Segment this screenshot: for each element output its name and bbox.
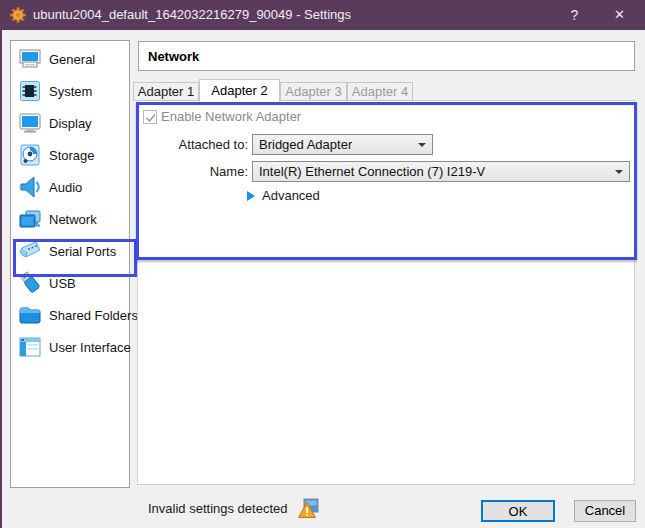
sidebar-item-user-interface[interactable]: User Interface: [12, 331, 128, 363]
general-icon: [17, 46, 43, 72]
sidebar-item-label: Storage: [49, 148, 95, 163]
page-title: Network: [148, 49, 199, 64]
sidebar-item-label: Display: [49, 116, 92, 131]
tab-adapter-4: Adapter 4: [347, 82, 413, 101]
attached-to-label: Attached to:: [150, 137, 248, 152]
triangle-right-icon: [247, 191, 255, 201]
sidebar-item-label: General: [49, 52, 95, 67]
warning-icon: [297, 498, 319, 520]
adapter-name-dropdown[interactable]: Intel(R) Ethernet Connection (7) I219-V: [252, 161, 630, 182]
cancel-button[interactable]: Cancel: [574, 500, 636, 522]
serial-ports-icon: [17, 238, 43, 264]
usb-icon: [17, 270, 43, 296]
chevron-down-icon: [615, 170, 623, 174]
chevron-down-icon: [418, 143, 426, 147]
close-button[interactable]: ✕: [597, 0, 642, 30]
sidebar-item-storage[interactable]: Storage: [12, 139, 128, 171]
attached-to-value: Bridged Adapter: [259, 137, 352, 152]
settings-category-list: General System Display: [10, 40, 130, 488]
sidebar-item-label: System: [49, 84, 92, 99]
checkmark-icon: [144, 111, 158, 125]
tab-adapter-1[interactable]: Adapter 1: [133, 82, 199, 101]
enable-network-adapter-label: Enable Network Adapter: [161, 109, 301, 124]
sidebar-item-label: User Interface: [49, 340, 131, 355]
tab-adapter-3: Adapter 3: [280, 82, 347, 101]
user-interface-icon: [17, 334, 43, 360]
adapter-name-value: Intel(R) Ethernet Connection (7) I219-V: [259, 164, 485, 179]
sidebar-item-label: Shared Folders: [49, 308, 138, 323]
sidebar-item-general[interactable]: General: [12, 43, 128, 75]
adapter-tab-pane: [137, 100, 635, 485]
sidebar-item-usb[interactable]: USB: [12, 267, 128, 299]
display-icon: [17, 110, 43, 136]
sidebar-item-network[interactable]: Network: [12, 203, 128, 235]
window-left-border: [0, 30, 2, 528]
settings-window: ubuntu2004_default_1642032216279_90049 -…: [0, 0, 645, 528]
sidebar-item-label: Audio: [49, 180, 82, 195]
advanced-label: Advanced: [262, 188, 320, 203]
system-icon: [17, 78, 43, 104]
sidebar-item-display[interactable]: Display: [12, 107, 128, 139]
sidebar-item-audio[interactable]: Audio: [12, 171, 128, 203]
shared-folders-icon: [17, 302, 43, 328]
gear-icon: [10, 7, 26, 23]
window-title: ubuntu2004_default_1642032216279_90049 -…: [33, 0, 351, 30]
sidebar-item-shared-folders[interactable]: Shared Folders: [12, 299, 128, 331]
invalid-settings-status: Invalid settings detected: [148, 501, 287, 516]
storage-icon: [17, 142, 43, 168]
audio-icon: [17, 174, 43, 200]
advanced-toggle[interactable]: Advanced: [247, 188, 320, 203]
titlebar: ubuntu2004_default_1642032216279_90049 -…: [0, 0, 645, 30]
sidebar-item-label: USB: [49, 276, 76, 291]
ok-button[interactable]: OK: [481, 500, 555, 522]
sidebar-item-label: Serial Ports: [49, 244, 116, 259]
enable-network-adapter-checkbox: [143, 110, 157, 124]
help-button[interactable]: ?: [552, 0, 597, 30]
network-icon: [17, 206, 43, 232]
attached-to-dropdown[interactable]: Bridged Adapter: [252, 134, 433, 155]
page-header: Network: [138, 41, 635, 71]
sidebar-item-serial-ports[interactable]: Serial Ports: [12, 235, 128, 267]
sidebar-item-system[interactable]: System: [12, 75, 128, 107]
adapter-name-label: Name:: [150, 164, 248, 179]
sidebar-item-label: Network: [49, 212, 97, 227]
tab-adapter-2[interactable]: Adapter 2: [199, 79, 280, 102]
